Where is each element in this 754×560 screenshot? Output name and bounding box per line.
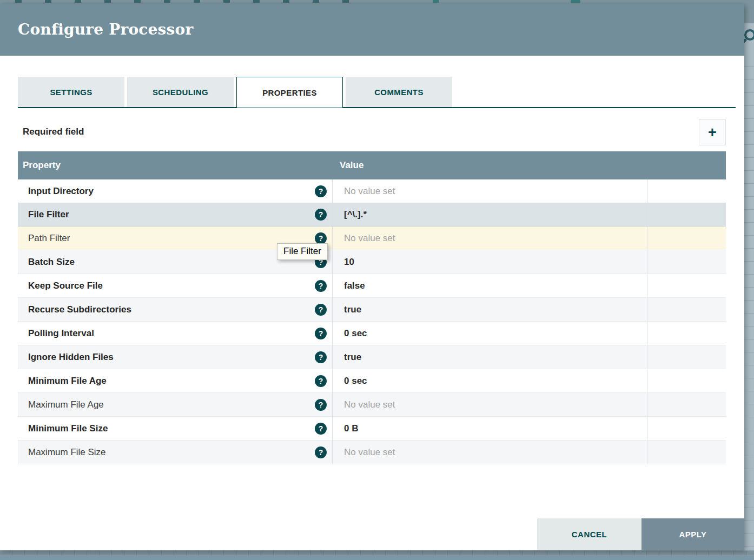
background-artifact xyxy=(743,54,754,549)
property-name: Minimum File Size xyxy=(28,423,108,434)
table-row[interactable]: Recurse Subdirectories ? true xyxy=(18,298,726,322)
property-value[interactable]: true xyxy=(333,298,647,321)
table-row[interactable]: Input Directory ? No value set xyxy=(18,179,726,203)
background-artifact xyxy=(743,0,754,23)
property-name: Batch Size xyxy=(28,257,75,268)
property-value[interactable]: No value set xyxy=(333,441,647,464)
column-header-property: Property xyxy=(18,160,333,171)
table-row[interactable]: Minimum File Age ? 0 sec xyxy=(18,369,726,393)
background-artifact xyxy=(15,0,372,3)
tab-scheduling[interactable]: SCHEDULING xyxy=(127,77,234,107)
help-icon[interactable]: ? xyxy=(315,328,327,339)
property-value[interactable]: No value set xyxy=(333,393,647,416)
property-value[interactable]: true xyxy=(333,345,647,369)
tab-properties[interactable]: PROPERTIES xyxy=(236,77,343,108)
tab-bar: SETTINGS SCHEDULING PROPERTIES COMMENTS xyxy=(18,77,736,107)
table-row[interactable]: Minimum File Size ? 0 B xyxy=(18,417,726,441)
tab-comments[interactable]: COMMENTS xyxy=(346,77,452,107)
property-value[interactable]: No value set xyxy=(333,179,647,203)
property-name: Minimum File Age xyxy=(28,376,107,386)
property-name: Ignore Hidden Files xyxy=(28,352,114,363)
nifi-configure-processor-screen: { "window": { "title": "Configure Proces… xyxy=(0,0,754,560)
property-name: Maximum File Age xyxy=(28,399,104,410)
property-value[interactable]: 0 sec xyxy=(333,369,647,392)
configure-processor-dialog: Configure Processor SETTINGS SCHEDULING … xyxy=(0,4,744,550)
help-icon[interactable]: ? xyxy=(315,423,327,435)
help-icon[interactable]: ? xyxy=(315,304,327,316)
table-row[interactable]: Maximum File Size ? No value set xyxy=(18,441,726,464)
tab-underline xyxy=(18,107,736,108)
properties-table: Property Value Input Directory ? No valu… xyxy=(18,151,726,464)
background-artifact xyxy=(433,0,439,3)
column-header-value: Value xyxy=(333,160,647,171)
table-header-row: Property Value xyxy=(18,151,726,179)
property-name: Recurse Subdirectories xyxy=(28,304,131,315)
add-property-button[interactable]: + xyxy=(699,119,726,145)
property-value[interactable]: false xyxy=(333,274,647,297)
table-row[interactable]: Batch Size ? 10 xyxy=(18,250,726,274)
cancel-button[interactable]: CANCEL xyxy=(537,518,641,550)
plus-icon: + xyxy=(708,125,717,140)
background-artifact xyxy=(0,551,754,556)
dialog-header: Configure Processor xyxy=(0,4,744,56)
help-icon[interactable]: ? xyxy=(315,185,327,197)
property-value[interactable]: 0 sec xyxy=(333,322,647,345)
help-icon[interactable]: ? xyxy=(315,446,327,458)
table-row[interactable]: Polling Interval ? 0 sec xyxy=(18,322,726,345)
property-value[interactable]: No value set xyxy=(333,226,647,250)
help-icon[interactable]: ? xyxy=(315,399,327,411)
property-name: Keep Source File xyxy=(28,281,103,291)
dialog-title: Configure Processor xyxy=(18,21,193,38)
tab-settings[interactable]: SETTINGS xyxy=(18,77,124,107)
table-row[interactable]: Maximum File Age ? No value set xyxy=(18,393,726,417)
property-tooltip: File Filter xyxy=(277,243,328,260)
apply-button[interactable]: APPLY xyxy=(641,518,744,550)
background-scrollbar xyxy=(0,550,754,556)
required-field-label: Required field xyxy=(23,126,84,137)
table-row[interactable]: Path Filter ? No value set xyxy=(18,226,726,250)
property-name: Input Directory xyxy=(28,186,94,197)
table-row[interactable]: Ignore Hidden Files ? true xyxy=(18,345,726,369)
property-name: Maximum File Size xyxy=(28,447,106,458)
table-row[interactable]: File Filter ? [^\.].* xyxy=(18,203,726,226)
property-value[interactable]: 0 B xyxy=(333,417,647,440)
help-icon[interactable]: ? xyxy=(315,351,327,363)
property-name: Path Filter xyxy=(28,233,70,244)
property-value[interactable]: [^\.].* xyxy=(333,203,647,226)
property-name: Polling Interval xyxy=(28,328,94,339)
property-name: File Filter xyxy=(28,209,69,220)
background-panel-strip xyxy=(743,0,754,560)
help-icon[interactable]: ? xyxy=(315,209,327,221)
property-value[interactable]: 10 xyxy=(333,250,647,274)
help-icon[interactable]: ? xyxy=(315,232,327,244)
background-artifact xyxy=(571,0,580,3)
help-icon[interactable]: ? xyxy=(315,375,327,387)
table-row[interactable]: Keep Source File ? false xyxy=(18,274,726,298)
background-statusbar xyxy=(0,556,754,560)
help-icon[interactable]: ? xyxy=(315,280,327,292)
